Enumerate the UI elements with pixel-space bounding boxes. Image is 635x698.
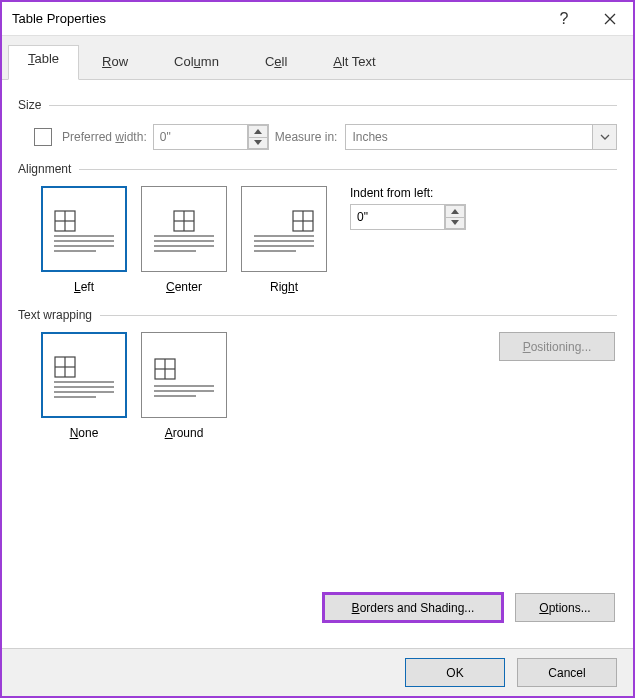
measure-in-value: Inches <box>346 125 592 149</box>
svg-marker-3 <box>254 140 262 145</box>
positioning-holder: Positioning... <box>234 332 617 363</box>
indent-label: Indent from left: <box>350 186 466 200</box>
measure-in-drop[interactable] <box>592 125 616 149</box>
align-right-option: Right <box>234 186 334 294</box>
indent-value[interactable]: 0" <box>351 205 445 229</box>
tab-content: Size Preferred width: 0" Measure in: Inc… <box>2 80 633 648</box>
chevron-down-icon <box>254 140 262 145</box>
tab-row[interactable]: Row <box>79 45 151 80</box>
wrap-around-option: Around <box>134 332 234 440</box>
divider <box>49 105 617 106</box>
spin-down[interactable] <box>248 137 268 150</box>
ok-button[interactable]: OK <box>405 658 505 687</box>
tab-alt-text[interactable]: Alt Text <box>310 45 398 80</box>
wrap-around-box[interactable] <box>141 332 227 418</box>
align-center-option: Center <box>134 186 234 294</box>
svg-marker-13 <box>451 209 459 214</box>
tab-cell[interactable]: Cell <box>242 45 310 80</box>
table-around-icon <box>154 358 176 380</box>
table-properties-dialog: Table Properties ? Table Row Column Cell… <box>0 0 635 698</box>
titlebar: Table Properties ? <box>2 2 633 36</box>
svg-marker-14 <box>451 220 459 225</box>
preferred-width-label: Preferred width: <box>62 130 147 144</box>
measure-in-label: Measure in: <box>275 130 338 144</box>
borders-shading-button[interactable]: Borders and Shading... <box>323 593 503 622</box>
wrapping-label: Text wrapping <box>18 308 92 322</box>
preferred-width-value[interactable]: 0" <box>154 125 248 149</box>
tab-column[interactable]: Column <box>151 45 242 80</box>
divider <box>100 315 617 316</box>
section-size: Size <box>18 98 617 112</box>
chevron-up-icon <box>254 129 262 134</box>
chevron-down-icon <box>451 220 459 225</box>
spin-up[interactable] <box>248 125 268 137</box>
spin-down[interactable] <box>445 217 465 230</box>
alignment-label: Alignment <box>18 162 71 176</box>
chevron-up-icon <box>451 209 459 214</box>
cancel-button[interactable]: Cancel <box>517 658 617 687</box>
wrap-none-box[interactable] <box>41 332 127 418</box>
tab-strip: Table Row Column Cell Alt Text <box>2 36 633 80</box>
preferred-width-spinner[interactable]: 0" <box>153 124 269 150</box>
section-alignment: Alignment <box>18 162 617 176</box>
tab-table[interactable]: Table <box>8 45 79 80</box>
wrap-none-label: None <box>70 426 99 440</box>
align-left-box[interactable] <box>41 186 127 272</box>
close-button[interactable] <box>587 2 633 36</box>
divider <box>79 169 617 170</box>
align-center-box[interactable] <box>141 186 227 272</box>
align-center-label: Center <box>166 280 202 294</box>
indent-column: Indent from left: 0" <box>350 186 466 294</box>
bottom-buttons-row: Borders and Shading... Options... <box>18 593 617 634</box>
preferred-width-checkbox[interactable] <box>34 128 52 146</box>
positioning-button: Positioning... <box>499 332 615 361</box>
dialog-footer: OK Cancel <box>2 648 633 696</box>
options-button[interactable]: Options... <box>515 593 615 622</box>
help-button[interactable]: ? <box>541 2 587 36</box>
indent-spinner[interactable]: 0" <box>350 204 466 230</box>
align-left-option: Left <box>34 186 134 294</box>
chevron-down-icon <box>600 134 610 140</box>
spin-buttons <box>445 205 465 229</box>
svg-marker-2 <box>254 129 262 134</box>
spin-up[interactable] <box>445 205 465 217</box>
table-right-icon <box>292 210 314 232</box>
size-label: Size <box>18 98 41 112</box>
close-icon <box>604 13 616 25</box>
align-right-box[interactable] <box>241 186 327 272</box>
spin-buttons <box>248 125 268 149</box>
align-left-label: Left <box>74 280 94 294</box>
size-row: Preferred width: 0" Measure in: Inches <box>18 122 617 158</box>
align-right-label: Right <box>270 280 298 294</box>
wrap-none-option: None <box>34 332 134 440</box>
wrap-around-label: Around <box>165 426 204 440</box>
measure-in-combo[interactable]: Inches <box>345 124 617 150</box>
table-left-icon <box>54 210 76 232</box>
table-none-icon <box>54 356 76 378</box>
dialog-title: Table Properties <box>12 11 541 26</box>
alignment-row: Left Center <box>18 186 617 294</box>
table-center-icon <box>173 210 195 232</box>
wrap-row: None Around Positio <box>18 332 617 440</box>
section-wrapping: Text wrapping <box>18 308 617 322</box>
